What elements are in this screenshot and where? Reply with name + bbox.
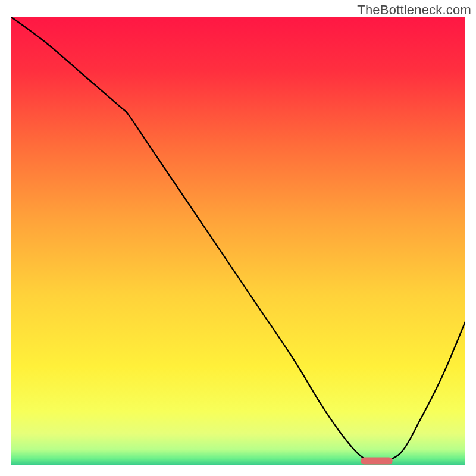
optimal-marker — [361, 457, 392, 464]
chart-svg — [11, 17, 465, 465]
plot-area — [11, 17, 465, 465]
watermark-text: TheBottleneck.com — [357, 2, 471, 18]
gradient-background — [11, 17, 465, 465]
chart-root: TheBottleneck.com — [0, 0, 476, 476]
